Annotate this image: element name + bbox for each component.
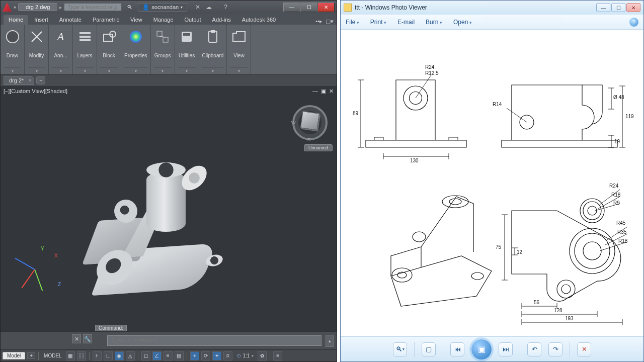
ribbon-tab-home[interactable]: Home xyxy=(4,15,28,25)
search-icon[interactable]: 🔍︎ xyxy=(126,4,133,11)
wpv-maximize-button[interactable]: ☐ xyxy=(611,3,625,12)
panel-view[interactable]: View ▾ xyxy=(227,25,251,74)
panel-utilities[interactable]: Utilities ▾ xyxy=(175,25,199,74)
space-indicator[interactable]: MODEL xyxy=(42,353,64,358)
ribbon-minimize-icon[interactable]: ▢▾ xyxy=(326,18,334,25)
layout-add-icon[interactable]: + xyxy=(27,352,35,359)
ribbon-overflow-icon[interactable]: ••▸ xyxy=(315,18,323,25)
svg-rect-15 xyxy=(211,30,215,33)
layout-tab-model[interactable]: Model xyxy=(3,352,25,359)
wpv-menu-burn[interactable]: Burn xyxy=(426,19,442,26)
selection-cycle[interactable]: ⟳ xyxy=(201,351,210,360)
panel-draw[interactable]: Draw ▾ xyxy=(1,25,25,74)
viewport[interactable]: [–][Custom View][Shaded] — ▣ ✕ W S Unnam… xyxy=(1,86,337,361)
file-tab[interactable]: drg 2* × xyxy=(4,76,34,85)
wpv-toolbar: 🔍︎▾ ▢ ⏮ ▣ ⏭ ↶ ↷ ✕ xyxy=(341,336,643,361)
ribbon-tab-a360[interactable]: Autodesk 360 xyxy=(237,15,281,25)
signin-button[interactable]: 👤 socnandan ▾ xyxy=(138,3,187,12)
status-bar: Model + MODEL ▦ ┊┊ ⊦ ∟ ◉ ◬ ◻ ∠ ≡ ▤ ⌖ ⟳ ✦… xyxy=(1,349,337,361)
wpv-menu-file[interactable]: File xyxy=(346,19,359,26)
wpv-close-button[interactable]: ✕ xyxy=(626,3,640,12)
panel-layers[interactable]: Layers ▾ xyxy=(73,25,97,74)
view-cube[interactable]: W S xyxy=(292,105,328,140)
svg-rect-13 xyxy=(183,33,190,36)
cmd-config-icon[interactable]: 🔧 xyxy=(83,334,92,343)
title-file-dropdown-icon[interactable]: ▸ xyxy=(59,5,62,10)
panel-dropdown-icon[interactable]: ▾ xyxy=(4,67,21,74)
viewport-controls-label[interactable]: [–][Custom View][Shaded] xyxy=(4,88,67,94)
infer-toggle[interactable]: ⊦ xyxy=(93,351,102,360)
duc-toggle[interactable]: ⛭ xyxy=(223,351,232,360)
wpv-menu-print[interactable]: Print xyxy=(370,19,386,26)
minimize-button[interactable]: — xyxy=(283,3,300,12)
file-tab-close-icon[interactable]: × xyxy=(29,78,31,83)
maximize-button[interactable]: ☐ xyxy=(300,3,317,12)
grid-toggle[interactable]: ▦ xyxy=(66,351,75,360)
cmd-close-icon[interactable]: ✕ xyxy=(72,334,81,343)
title-file-name: drg 2.dwg xyxy=(18,3,57,11)
slideshow-button[interactable]: ▣ xyxy=(471,339,492,359)
dynamic-input-toggle[interactable]: ⌖ xyxy=(190,351,199,360)
qat-dropdown-icon[interactable]: ▾ xyxy=(14,5,16,10)
svg-text:89: 89 xyxy=(353,111,359,116)
vp-minimize-icon[interactable]: — xyxy=(312,88,318,95)
zoom-button[interactable]: 🔍︎▾ xyxy=(393,342,407,356)
ribbon-tab-parametric[interactable]: Parametric xyxy=(88,15,124,25)
ribbon-tab-manage[interactable]: Manage xyxy=(148,15,179,25)
viewcube-tag[interactable]: Unnamed xyxy=(304,144,333,151)
wpv-menu-open[interactable]: Open xyxy=(453,19,472,26)
iso-toggle[interactable]: ◬ xyxy=(126,351,135,360)
command-history-label: Command: xyxy=(95,325,127,331)
panel-properties[interactable]: Properties ▾ xyxy=(121,25,151,74)
annotation-scale[interactable]: ⏲ 1:1 ▾ xyxy=(234,353,256,358)
ortho-toggle[interactable]: ∟ xyxy=(104,351,113,360)
ribbon-tab-view[interactable]: View xyxy=(125,15,147,25)
panel-groups[interactable]: Groups ▾ xyxy=(151,25,175,74)
panel-clipboard[interactable]: Clipboard ▾ xyxy=(199,25,227,74)
ribbon-tab-addins[interactable]: Add-ins xyxy=(207,15,236,25)
drawing-canvas[interactable]: W S Unnamed Y X Z xyxy=(1,96,337,331)
help-search-input[interactable] xyxy=(64,3,122,11)
wpv-menu-email[interactable]: E-mail xyxy=(397,19,415,26)
autocad-window: ▾ drg 2.dwg ▸ 🔍︎ 👤 socnandan ▾ ✕ ☁ · ? —… xyxy=(0,0,337,362)
close-button[interactable]: ✕ xyxy=(317,3,335,12)
wpv-title-text: ttt - Windows Photo Viewer xyxy=(355,4,427,11)
ribbon-tab-output[interactable]: Output xyxy=(180,15,206,25)
polar-toggle[interactable]: ◉ xyxy=(115,351,124,360)
panel-modify[interactable]: Modify ▾ xyxy=(25,25,49,74)
engineering-drawing: R24 R12.5 89 130 R14 119 Ø 48 19 xyxy=(341,30,642,326)
delete-button[interactable]: ✕ xyxy=(577,342,591,356)
rotate-cw-button[interactable]: ↷ xyxy=(548,342,562,356)
next-button[interactable]: ⏭ xyxy=(499,342,513,356)
wpv-minimize-button[interactable]: — xyxy=(596,3,610,12)
panel-annotation[interactable]: A Ann... ▾ xyxy=(49,25,73,74)
ribbon-tab-insert[interactable]: Insert xyxy=(29,15,53,25)
svg-text:12: 12 xyxy=(517,249,523,255)
actual-size-button[interactable]: ▢ xyxy=(422,342,436,356)
cmd-history-button[interactable]: ▴ xyxy=(326,335,334,347)
snap-toggle[interactable]: ┊┊ xyxy=(77,351,86,360)
panel-block[interactable]: Block ▾ xyxy=(97,25,121,74)
workspace-switch[interactable]: ✿ xyxy=(258,351,267,360)
lineweight-toggle[interactable]: ≡ xyxy=(164,351,173,360)
otrack-toggle[interactable]: ∠ xyxy=(152,351,162,360)
command-line: Command: ✕ 🔧 ▸_ ▴ xyxy=(1,331,337,349)
customization-button[interactable]: ≡ xyxy=(273,351,282,360)
vp-restore-icon[interactable]: ▣ xyxy=(321,88,326,95)
svg-rect-6 xyxy=(79,39,91,41)
vp-close-icon[interactable]: ✕ xyxy=(329,88,334,95)
previous-button[interactable]: ⏮ xyxy=(450,342,464,356)
3dosnap-toggle[interactable]: ✦ xyxy=(212,351,221,360)
command-input[interactable] xyxy=(107,335,322,346)
file-tab-add-button[interactable]: + xyxy=(36,76,45,84)
rotate-ccw-button[interactable]: ↶ xyxy=(527,342,541,356)
transparency-toggle[interactable]: ▤ xyxy=(175,351,184,360)
wpv-image-area[interactable]: R24 R12.5 89 130 R14 119 Ø 48 19 xyxy=(341,30,643,336)
ribbon-tab-annotate[interactable]: Annotate xyxy=(54,15,87,25)
osnap-toggle[interactable]: ◻ xyxy=(141,351,150,360)
wpv-help-icon[interactable]: ? xyxy=(629,18,638,27)
cloud-icon[interactable]: ☁ xyxy=(205,4,212,11)
photo-viewer-window: ttt - Windows Photo Viewer — ☐ ✕ File Pr… xyxy=(340,0,644,362)
exchange-icon[interactable]: ✕ xyxy=(194,4,201,11)
help-icon[interactable]: ? xyxy=(222,4,229,11)
